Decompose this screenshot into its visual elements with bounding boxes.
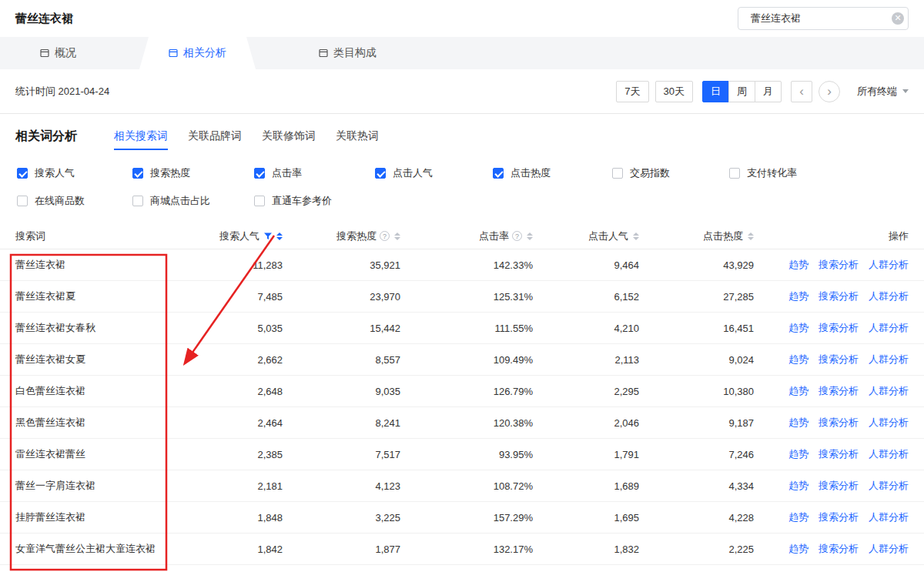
sort-icon[interactable] <box>527 232 533 240</box>
help-icon[interactable]: ? <box>380 231 390 241</box>
checkbox[interactable] <box>493 168 504 179</box>
subtab-modifier-words[interactable]: 关联修饰词 <box>262 116 316 156</box>
crowd-analysis-link[interactable]: 人群分析 <box>869 321 909 335</box>
filter-click-heat[interactable]: 点击热度 <box>493 166 612 180</box>
search-analysis-link[interactable]: 搜索分析 <box>819 384 859 398</box>
search-popularity-cell: 2,385 <box>179 449 283 460</box>
table-row: 蕾丝连衣裙女春秋 5,035 15,442 111.55% 4,210 16,4… <box>0 313 924 344</box>
checkbox[interactable] <box>254 196 265 206</box>
search-analysis-link[interactable]: 搜索分析 <box>819 479 859 493</box>
click-popularity-cell: 6,152 <box>533 291 639 303</box>
table-row: 蕾丝连衣裙夏 7,485 23,970 125.31% 6,152 27,285… <box>0 281 924 313</box>
keyword-cell[interactable]: 雷丝连衣裙蕾丝 <box>15 447 179 461</box>
tab-category-composition[interactable]: 类目构成 <box>296 37 400 69</box>
search-heat-cell: 1,877 <box>283 544 400 555</box>
crowd-analysis-link[interactable]: 人群分析 <box>869 510 909 524</box>
keyword-cell[interactable]: 女童洋气蕾丝公主裙大童连衣裙 <box>15 542 179 556</box>
trend-link[interactable]: 趋势 <box>788 447 808 461</box>
filter-search-popularity[interactable]: 搜索人气 <box>17 166 132 180</box>
checkbox[interactable] <box>17 196 28 206</box>
keyword-cell[interactable]: 蕾丝连衣裙女春秋 <box>15 321 179 335</box>
checkbox[interactable] <box>132 196 143 206</box>
filter-mall-click-ratio[interactable]: 商城点击占比 <box>132 194 254 208</box>
crowd-analysis-link[interactable]: 人群分析 <box>869 258 909 272</box>
terminal-select[interactable]: 所有终端 <box>857 85 909 99</box>
checkbox[interactable] <box>17 168 28 179</box>
period-month-button[interactable]: 月 <box>755 81 782 102</box>
crowd-analysis-link[interactable]: 人群分析 <box>869 289 909 303</box>
col-click-popularity[interactable]: 点击人气 <box>533 229 639 243</box>
trend-link[interactable]: 趋势 <box>788 258 808 272</box>
chevron-right-icon: › <box>827 85 832 98</box>
checkbox[interactable] <box>254 168 265 179</box>
subtab-related-search-words[interactable]: 相关搜索词 <box>114 116 168 156</box>
trend-link[interactable]: 趋势 <box>788 321 808 335</box>
col-search-popularity[interactable]: 搜索人气 <box>179 229 283 243</box>
tab-overview[interactable]: 概况 <box>17 37 99 69</box>
search-analysis-link[interactable]: 搜索分析 <box>819 447 859 461</box>
filter-transaction-index[interactable]: 交易指数 <box>612 166 729 180</box>
filter-click-popularity[interactable]: 点击人气 <box>375 166 493 180</box>
filter-payment-conversion[interactable]: 支付转化率 <box>729 166 909 180</box>
search-analysis-link[interactable]: 搜索分析 <box>819 510 859 524</box>
trend-link[interactable]: 趋势 <box>788 510 808 524</box>
search-analysis-link[interactable]: 搜索分析 <box>819 353 859 366</box>
sort-icon[interactable] <box>748 232 754 240</box>
checkbox[interactable] <box>729 168 740 179</box>
trend-link[interactable]: 趋势 <box>788 384 808 398</box>
next-period-button[interactable]: › <box>819 81 840 102</box>
prev-period-button[interactable]: ‹ <box>791 81 812 102</box>
col-click-heat[interactable]: 点击热度 <box>639 229 754 243</box>
crowd-analysis-link[interactable]: 人群分析 <box>869 353 909 366</box>
keyword-cell[interactable]: 黑色蕾丝连衣裙 <box>15 416 179 430</box>
trend-link[interactable]: 趋势 <box>788 353 808 366</box>
sort-icon[interactable] <box>633 232 639 240</box>
filter-click-rate[interactable]: 点击率 <box>254 166 375 180</box>
subtab-hot-words[interactable]: 关联热词 <box>336 116 379 156</box>
keyword-cell[interactable]: 挂脖蕾丝连衣裙 <box>15 510 179 524</box>
col-search-heat[interactable]: 搜索热度 ? <box>283 229 400 243</box>
keyword-cell[interactable]: 蕾丝连衣裙女夏 <box>15 353 179 366</box>
search-input[interactable] <box>751 13 886 25</box>
filter-search-heat[interactable]: 搜索热度 <box>132 166 254 180</box>
search-analysis-link[interactable]: 搜索分析 <box>819 258 859 272</box>
search-heat-cell: 7,517 <box>283 449 400 460</box>
filter-online-products[interactable]: 在线商品数 <box>17 194 132 208</box>
search-analysis-link[interactable]: 搜索分析 <box>819 416 859 430</box>
range-30d-button[interactable]: 30天 <box>655 81 693 102</box>
period-day-button[interactable]: 日 <box>702 81 729 102</box>
crowd-analysis-link[interactable]: 人群分析 <box>869 416 909 430</box>
clear-search-icon[interactable]: ✕ <box>892 12 904 25</box>
checkbox[interactable] <box>132 168 143 179</box>
search-analysis-link[interactable]: 搜索分析 <box>819 289 859 303</box>
keyword-cell[interactable]: 蕾丝连衣裙夏 <box>15 289 179 303</box>
keyword-cell[interactable]: 蕾丝一字肩连衣裙 <box>15 479 179 493</box>
trend-link[interactable]: 趋势 <box>788 542 808 556</box>
search-analysis-link[interactable]: 搜索分析 <box>819 321 859 335</box>
crowd-analysis-link[interactable]: 人群分析 <box>869 384 909 398</box>
keyword-cell[interactable]: 蕾丝连衣裙 <box>15 258 179 272</box>
crowd-analysis-link[interactable]: 人群分析 <box>869 479 909 493</box>
filter-ztc-reference-price[interactable]: 直通车参考价 <box>254 194 375 208</box>
checkbox[interactable] <box>612 168 623 179</box>
trend-link[interactable]: 趋势 <box>788 289 808 303</box>
col-click-rate[interactable]: 点击率 ? <box>400 229 533 243</box>
trend-link[interactable]: 趋势 <box>788 416 808 430</box>
search-analysis-link[interactable]: 搜索分析 <box>819 542 859 556</box>
period-week-button[interactable]: 周 <box>728 81 755 102</box>
tab-related-analysis[interactable]: 相关分析 <box>139 37 256 69</box>
terminal-label: 所有终端 <box>857 85 897 99</box>
help-icon[interactable]: ? <box>512 231 522 241</box>
filter-funnel-icon[interactable] <box>264 232 272 240</box>
sort-icon[interactable] <box>276 232 283 240</box>
trend-link[interactable]: 趋势 <box>788 479 808 493</box>
checkbox[interactable] <box>375 168 386 179</box>
subtab-brand-words[interactable]: 关联品牌词 <box>188 116 242 156</box>
crowd-analysis-link[interactable]: 人群分析 <box>869 447 909 461</box>
col-keyword[interactable]: 搜索词 <box>15 229 179 243</box>
crowd-analysis-link[interactable]: 人群分析 <box>869 542 909 556</box>
keyword-cell[interactable]: 白色蕾丝连衣裙 <box>15 384 179 398</box>
search-box[interactable]: ✕ <box>738 7 909 30</box>
range-7d-button[interactable]: 7天 <box>616 81 648 102</box>
sort-icon[interactable] <box>394 232 400 240</box>
